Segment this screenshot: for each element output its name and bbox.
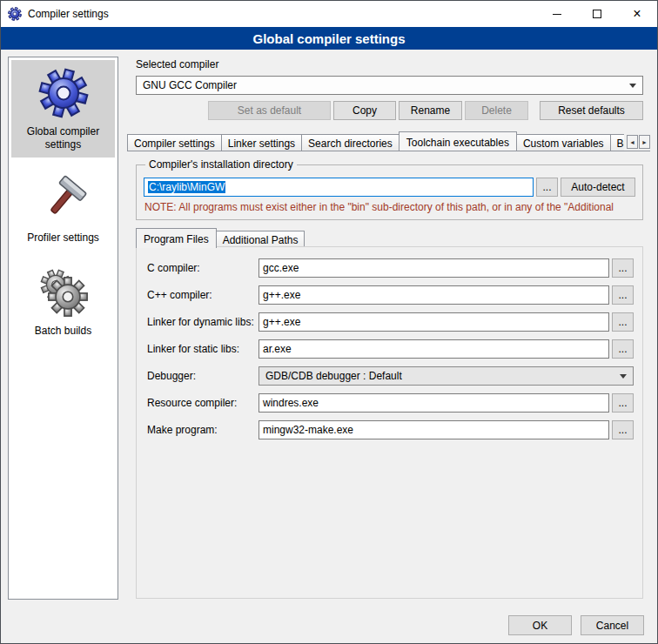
field-row: C compiler: gcc.exe ...	[147, 258, 634, 278]
selected-compiler-label: Selected compiler	[136, 58, 643, 70]
dynamic-linker-label: Linker for dynamic libs:	[147, 316, 258, 328]
static-linker-input[interactable]: ar.exe	[258, 339, 609, 359]
tab-program-files[interactable]: Program Files	[136, 228, 217, 248]
settings-category-list: Global compiler settings Profiler settin…	[8, 57, 118, 600]
browse-button[interactable]: ...	[536, 178, 558, 197]
note-text: NOTE: All programs must exist either in …	[144, 201, 635, 213]
minimize-button[interactable]	[537, 1, 577, 27]
gear-icon	[38, 68, 89, 118]
compiler-settings-window: Compiler settings × Global compiler sett…	[0, 0, 658, 644]
browse-button[interactable]: ...	[612, 258, 634, 278]
program-files-page: C compiler: gcc.exe ... C++ compiler: g+…	[136, 246, 643, 599]
browse-button[interactable]: ...	[612, 420, 634, 439]
tab-custom-variables[interactable]: Custom variables	[516, 134, 611, 151]
browse-button[interactable]: ...	[612, 339, 634, 359]
compiler-select-block: Selected compiler GNU GCC Compiler Set a…	[127, 57, 650, 120]
sidebar-item-batch-builds[interactable]: Batch builds	[11, 259, 115, 344]
browse-button[interactable]: ...	[612, 285, 634, 305]
tab-build-options[interactable]: Build options	[610, 134, 624, 151]
cpp-compiler-input[interactable]: g++.exe	[258, 285, 609, 305]
arrow-right-icon: ►	[641, 139, 648, 145]
tab-additional-paths[interactable]: Additional Paths	[216, 231, 306, 247]
window-title: Compiler settings	[28, 8, 109, 20]
copy-button[interactable]: Copy	[333, 101, 396, 120]
c-compiler-label: C compiler:	[147, 262, 258, 274]
auto-detect-button[interactable]: Auto-detect	[561, 178, 635, 197]
tab-toolchain-executables[interactable]: Toolchain executables	[399, 131, 517, 151]
compiler-select-value: GNU GCC Compiler	[143, 79, 237, 91]
c-compiler-input[interactable]: gcc.exe	[258, 258, 609, 278]
cancel-button[interactable]: Cancel	[581, 615, 644, 635]
sidebar-item-label: Profiler settings	[27, 231, 99, 245]
main-panel: Selected compiler GNU GCC Compiler Set a…	[127, 57, 650, 600]
sidebar-item-global-compiler-settings[interactable]: Global compiler settings	[11, 60, 115, 158]
tab-linker-settings[interactable]: Linker settings	[221, 134, 302, 151]
rename-button[interactable]: Rename	[399, 101, 462, 120]
toolchain-executables-page: Compiler's installation directory C:\ray…	[127, 151, 650, 600]
tab-scroll-controls: ◄ ►	[626, 135, 650, 151]
tab-scroll-left-button[interactable]: ◄	[627, 135, 638, 149]
maximize-button[interactable]	[577, 1, 617, 27]
cpp-compiler-label: C++ compiler:	[147, 289, 258, 301]
field-row: C++ compiler: g++.exe ...	[147, 285, 634, 305]
resource-compiler-value: windres.exe	[263, 397, 319, 409]
minimize-icon	[553, 14, 561, 15]
hammer-icon	[38, 174, 89, 225]
programs-notebook: Program Files Additional Paths C compile…	[136, 228, 643, 600]
compiler-actions: Set as default Copy Rename Delete Reset …	[136, 101, 643, 120]
sidebar-item-label: Global compiler settings	[13, 125, 113, 151]
close-button[interactable]: ×	[617, 1, 657, 27]
field-row: Linker for dynamic libs: g++.exe ...	[147, 312, 634, 332]
reset-defaults-button[interactable]: Reset defaults	[540, 101, 643, 120]
resource-compiler-label: Resource compiler:	[147, 397, 258, 409]
cpp-compiler-value: g++.exe	[263, 289, 300, 301]
close-icon: ×	[633, 7, 641, 21]
static-linker-value: ar.exe	[263, 343, 292, 355]
debugger-select-value: GDB/CDB debugger : Default	[265, 370, 402, 382]
sidebar-item-profiler-settings[interactable]: Profiler settings	[11, 166, 115, 251]
resource-compiler-input[interactable]: windres.exe	[258, 393, 609, 413]
installation-directory-row: C:\raylib\MinGW ... Auto-detect	[144, 178, 635, 197]
titlebar: Compiler settings ×	[1, 1, 657, 27]
field-row: Resource compiler: windres.exe ...	[147, 393, 634, 413]
browse-button[interactable]: ...	[612, 393, 634, 413]
tab-compiler-settings[interactable]: Compiler settings	[127, 134, 222, 151]
field-row: Linker for static libs: ar.exe ...	[147, 339, 634, 359]
settings-tabstrip: Compiler settings Linker settings Search…	[127, 131, 650, 151]
programs-tabs: Program Files Additional Paths	[136, 228, 643, 247]
chevron-down-icon	[620, 374, 627, 379]
browse-button[interactable]: ...	[612, 312, 634, 332]
sidebar-item-label: Batch builds	[35, 325, 91, 338]
compiler-select[interactable]: GNU GCC Compiler	[136, 76, 643, 95]
c-compiler-value: gcc.exe	[263, 262, 299, 274]
field-row: Make program: mingw32-make.exe ...	[147, 420, 634, 439]
debugger-label: Debugger:	[147, 370, 258, 382]
tab-search-directories[interactable]: Search directories	[301, 134, 400, 151]
window-controls: ×	[537, 1, 657, 27]
settings-tabs: Compiler settings Linker settings Search…	[127, 131, 624, 151]
installation-directory-input[interactable]: C:\raylib\MinGW	[144, 178, 534, 197]
gears-icon	[38, 267, 89, 318]
field-row: Debugger: GDB/CDB debugger : Default	[147, 366, 634, 386]
dialog-header-title: Global compiler settings	[1, 27, 657, 50]
installation-directory-value: C:\raylib\MinGW	[148, 181, 225, 193]
static-linker-label: Linker for static libs:	[147, 343, 258, 355]
installation-directory-group-title: Compiler's installation directory	[145, 158, 297, 171]
installation-directory-group: Compiler's installation directory C:\ray…	[136, 158, 643, 220]
tab-scroll-right-button[interactable]: ►	[639, 135, 650, 149]
maximize-icon	[593, 10, 601, 18]
ok-button[interactable]: OK	[508, 615, 572, 635]
chevron-down-icon	[629, 84, 636, 88]
dynamic-linker-value: g++.exe	[263, 316, 300, 328]
app-icon	[8, 7, 22, 21]
delete-button[interactable]: Delete	[465, 101, 528, 120]
debugger-select[interactable]: GDB/CDB debugger : Default	[258, 366, 634, 386]
make-program-input[interactable]: mingw32-make.exe	[258, 420, 609, 439]
dialog-footer: OK Cancel	[1, 608, 657, 643]
arrow-left-icon: ◄	[629, 139, 635, 145]
set-as-default-button[interactable]: Set as default	[208, 101, 331, 120]
make-program-value: mingw32-make.exe	[263, 424, 353, 436]
dynamic-linker-input[interactable]: g++.exe	[258, 312, 609, 332]
dialog-body: Global compiler settings Profiler settin…	[1, 50, 657, 608]
make-program-label: Make program:	[147, 424, 258, 436]
